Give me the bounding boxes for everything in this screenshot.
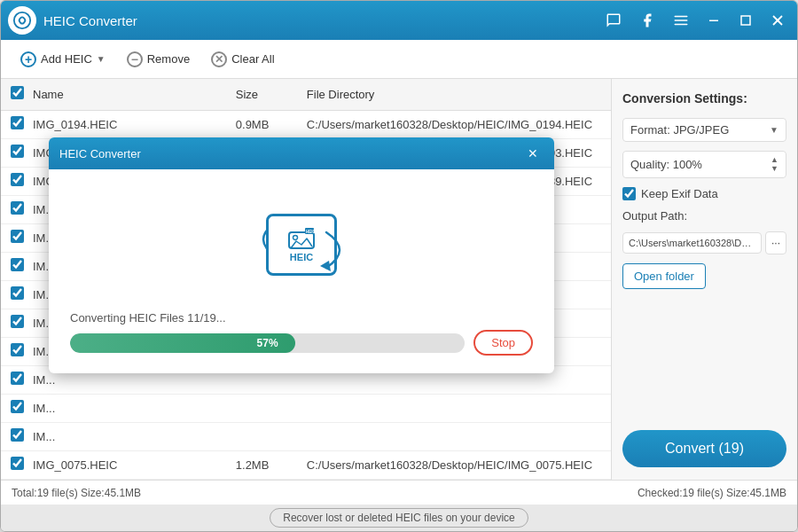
status-checked: Checked:19 file(s) Size:45.1MB [638,487,786,499]
quality-down-icon[interactable]: ▼ [771,165,778,173]
file-name: IMG_0075.HEIC [33,458,236,472]
row-checkbox[interactable] [11,201,24,215]
table-row: IMG_0075.HEIC 1.2MB C:/Users/market16032… [1,451,611,480]
output-path-box: C:\Users\market160328\Docu [622,232,762,254]
table-row: IMG_0194.HEIC 0.9MB C:/Users/market16032… [1,111,611,139]
app-title: HEIC Converter [43,13,600,28]
row-checkbox[interactable] [11,230,24,243]
conversion-modal: HEIC Converter ✕ [49,137,554,373]
add-icon: + [20,51,36,67]
quality-label: Quality: 100% [630,158,702,171]
column-header-dir: File Directory [307,88,611,101]
facebook-icon[interactable] [634,9,661,32]
progress-label: 57% [257,337,278,349]
svg-point-7 [293,236,298,240]
add-heic-button[interactable]: + Add HEIC ▼ [12,47,114,72]
svg-marker-10 [320,261,331,271]
keep-exif-label: Keep Exif Data [641,187,718,200]
dropdown-arrow-icon: ▼ [97,54,106,64]
settings-title: Conversion Settings: [622,91,786,106]
modal-title: HEIC Converter [59,147,522,160]
table-row: IM... [1,395,611,423]
output-path-label: Output Path: [622,209,786,223]
title-bar-actions [600,8,790,33]
file-size: 1.2MB [236,458,307,472]
stop-button[interactable]: Stop [473,330,533,356]
svg-point-0 [14,12,30,28]
keep-exif-checkbox[interactable] [622,187,636,200]
remove-button[interactable]: − Remove [118,47,199,72]
toolbar: + Add HEIC ▼ − Remove ✕ Clear All [1,40,797,79]
table-header: Name Size File Directory [1,79,611,111]
right-panel: Conversion Settings: Format: JPG/JPEG ▼ … [611,79,797,480]
row-checkbox[interactable] [11,372,24,385]
format-selector[interactable]: Format: JPG/JPEG ▼ [622,118,786,142]
row-checkbox[interactable] [11,173,24,186]
status-bar: Total:19 file(s) Size:45.1MB Checked:19 … [1,480,797,505]
file-size: 0.9MB [236,118,307,131]
format-dropdown-arrow: ▼ [770,125,778,135]
row-checkbox[interactable] [11,286,24,300]
progress-row: 57% Stop [70,330,533,356]
file-name: IM... [33,430,236,443]
row-checkbox[interactable] [11,116,24,129]
svg-text:HEIC: HEIC [306,230,316,234]
svg-rect-2 [741,16,750,25]
quality-selector[interactable]: Quality: 100% ▲ ▼ [622,151,786,178]
row-checkbox[interactable] [11,400,24,413]
modal-body: HEIC HEIC Converting HEIC Files 11/19...… [49,169,554,373]
format-label: Format: JPG/JPEG [630,123,729,137]
row-checkbox[interactable] [11,343,24,356]
clear-icon: ✕ [211,51,227,67]
keep-exif-row: Keep Exif Data [622,187,786,200]
heic-label: HEIC [290,252,313,262]
convert-button[interactable]: Convert (19) [622,430,786,467]
clear-all-button[interactable]: ✕ Clear All [202,47,283,72]
table-row: IM... [1,423,611,451]
quality-up-icon[interactable]: ▲ [771,156,778,164]
file-name: IM... [33,402,236,415]
minimize-button[interactable] [701,8,726,33]
modal-titlebar: HEIC Converter ✕ [49,137,554,169]
converting-text: Converting HEIC Files 11/19... [70,311,226,325]
row-checkbox[interactable] [11,145,24,158]
modal-close-button[interactable]: ✕ [522,143,544,164]
file-dir: C:/Users/market160328/Desktop/HEIC/IMG_0… [307,118,611,131]
output-path-browse-button[interactable]: ··· [765,231,786,254]
column-header-size: Size [236,88,307,101]
recover-link-button[interactable]: Recover lost or deleted HEIC files on yo… [270,508,528,528]
maximize-button[interactable] [733,8,758,33]
row-checkbox[interactable] [11,315,24,328]
column-header-name: Name [33,88,236,101]
svg-rect-1 [709,20,718,22]
app-logo [8,6,36,35]
file-dir: C:/Users/market160328/Desktop/HEIC/IMG_0… [307,458,611,472]
title-bar: HEIC Converter [1,1,797,40]
select-all-checkbox[interactable] [11,86,24,99]
file-name: IMG_0194.HEIC [33,118,236,131]
heic-animation: HEIC HEIC [244,187,359,302]
row-checkbox[interactable] [11,428,24,442]
open-folder-button[interactable]: Open folder [622,263,706,289]
progress-bar-container: 57% [70,333,465,353]
remove-icon: − [127,51,143,67]
close-button[interactable] [765,8,790,33]
chat-icon[interactable] [600,9,627,32]
row-checkbox[interactable] [11,457,24,470]
file-name: IM... [33,373,236,387]
output-path-row: C:\Users\market160328\Docu ··· [622,231,786,254]
menu-icon[interactable] [668,9,694,32]
row-checkbox[interactable] [11,258,24,271]
footer-bar: Recover lost or deleted HEIC files on yo… [1,505,797,531]
quality-arrows[interactable]: ▲ ▼ [771,156,778,173]
status-total: Total:19 file(s) Size:45.1MB [12,487,141,499]
